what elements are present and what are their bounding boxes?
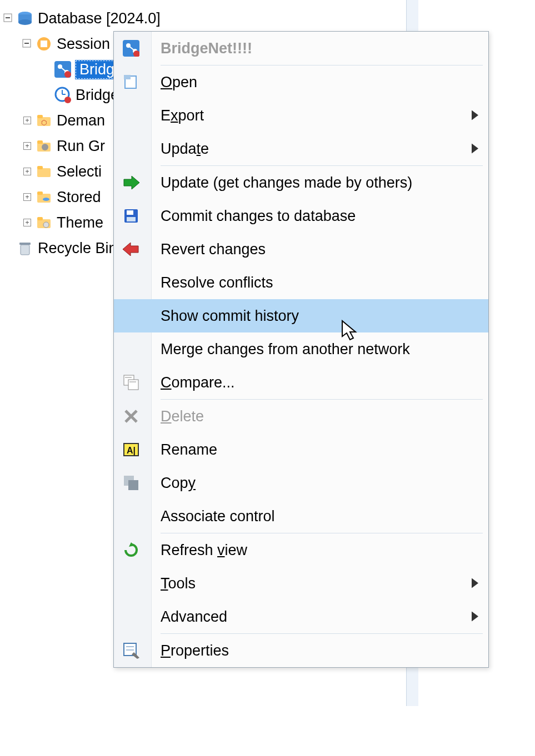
svg-rect-25: [37, 166, 43, 169]
svg-point-23: [42, 144, 48, 150]
svg-rect-33: [19, 243, 31, 245]
open-icon: [122, 73, 141, 92]
folder-icon: [36, 163, 52, 180]
menu-tools[interactable]: Tools: [114, 567, 488, 600]
menu-revert[interactable]: Revert changes: [114, 233, 488, 266]
tree-root[interactable]: Database [2024.0]: [0, 6, 161, 31]
svg-text:⬡: ⬡: [41, 119, 47, 127]
menu-commit[interactable]: Commit changes to database: [114, 199, 488, 233]
tree-label: Selecti: [57, 163, 102, 180]
menu-label: Update (get changes made by others): [161, 174, 412, 191]
menu-export[interactable]: Export: [114, 99, 488, 132]
svg-rect-57: [128, 480, 138, 490]
tree-label: Run Gr: [57, 138, 105, 155]
menu-label: Tools: [161, 575, 196, 592]
menu-label: Delete: [161, 408, 204, 425]
submenu-arrow-icon: [472, 575, 478, 592]
menu-show-history[interactable]: Show commit history: [114, 299, 488, 332]
menu-label: Update: [161, 140, 209, 158]
menu-label: Compare...: [161, 374, 235, 391]
spacer: [41, 90, 51, 100]
expand-icon[interactable]: +: [22, 218, 32, 228]
tree-label: Session 0: [57, 36, 123, 53]
menu-copy[interactable]: Copy: [114, 466, 488, 500]
svg-rect-40: [124, 75, 131, 79]
spacer: [3, 243, 13, 253]
menu-label: Show commit history: [161, 308, 299, 325]
svg-rect-22: [37, 140, 43, 144]
rename-icon: A|: [122, 440, 141, 459]
folder-gear-icon: [36, 214, 52, 231]
refresh-icon: [122, 541, 141, 560]
collapse-icon[interactable]: [3, 13, 13, 23]
menu-label: Advanced: [161, 608, 227, 626]
menu-label: Export: [161, 107, 204, 124]
menu-label: Revert changes: [161, 241, 266, 258]
submenu-arrow-icon: [472, 107, 478, 124]
save-icon: [122, 206, 141, 225]
menu-compare[interactable]: Compare...: [114, 366, 488, 399]
svg-rect-46: [127, 217, 136, 221]
menu-resolve[interactable]: Resolve conflicts: [114, 266, 488, 299]
submenu-arrow-icon: [472, 140, 478, 158]
svg-point-17: [64, 97, 71, 103]
expand-icon[interactable]: +: [22, 167, 32, 177]
svg-rect-27: [37, 191, 43, 195]
menu-delete: Delete: [114, 400, 488, 433]
svg-point-13: [64, 71, 71, 78]
menu-merge[interactable]: Merge changes from another network: [114, 332, 488, 366]
menu-label: Refresh view: [161, 542, 247, 559]
tree-label: Bridge: [76, 87, 119, 104]
expand-icon[interactable]: +: [22, 141, 32, 151]
tree-label: Database [2024.0]: [38, 10, 161, 27]
arrow-right-green-icon: [122, 173, 141, 192]
menu-associate[interactable]: Associate control: [114, 500, 488, 533]
session-icon: [36, 36, 52, 52]
menu-advanced[interactable]: Advanced: [114, 600, 488, 633]
expand-icon[interactable]: +: [22, 115, 32, 125]
menu-label: Open: [161, 74, 197, 91]
expand-icon[interactable]: +: [22, 192, 32, 202]
svg-marker-60: [472, 612, 478, 622]
menu-properties[interactable]: Properties: [114, 634, 488, 667]
svg-marker-59: [472, 578, 478, 588]
tree-label: Theme: [57, 214, 103, 231]
menu-refresh[interactable]: Refresh view: [114, 533, 488, 567]
svg-marker-41: [472, 110, 478, 120]
spacer: [41, 64, 51, 74]
folder-db-icon: [36, 189, 52, 205]
clock-icon: [54, 87, 71, 103]
svg-point-4: [18, 19, 32, 25]
menu-label: Resolve conflicts: [161, 274, 273, 291]
svg-rect-32: [21, 245, 29, 255]
menu-update-get[interactable]: Update (get changes made by others): [114, 166, 488, 199]
menu-rename[interactable]: A| Rename: [114, 433, 488, 466]
context-menu: BridgeNet!!!! Open Export Update Update …: [113, 31, 489, 668]
arrow-left-red-icon: [122, 240, 141, 259]
recycle-bin-icon: [17, 240, 33, 256]
tree-label: Stored: [57, 189, 101, 206]
svg-marker-42: [472, 144, 478, 154]
network-icon: [54, 61, 71, 78]
database-icon: [17, 10, 33, 27]
menu-label: Commit changes to database: [161, 208, 356, 225]
menu-label: Associate control: [161, 508, 275, 525]
delete-x-icon: [122, 407, 141, 426]
collapse-icon[interactable]: [22, 39, 32, 49]
menu-label: Copy: [161, 475, 196, 492]
menu-open[interactable]: Open: [114, 65, 488, 99]
submenu-arrow-icon: [472, 608, 478, 626]
svg-rect-19: [37, 115, 43, 118]
tree-label: Recycle Bin: [38, 240, 117, 257]
menu-label: BridgeNet!!!!: [161, 40, 252, 57]
svg-marker-43: [124, 176, 139, 189]
menu-label: Properties: [161, 642, 229, 659]
svg-marker-47: [123, 243, 138, 256]
svg-rect-49: [128, 380, 138, 390]
svg-rect-24: [37, 168, 51, 177]
compare-icon: [122, 373, 141, 392]
svg-rect-8: [41, 41, 47, 47]
menu-label: Merge changes from another network: [161, 341, 410, 358]
svg-point-31: [43, 222, 49, 228]
menu-update-sub[interactable]: Update: [114, 132, 488, 165]
